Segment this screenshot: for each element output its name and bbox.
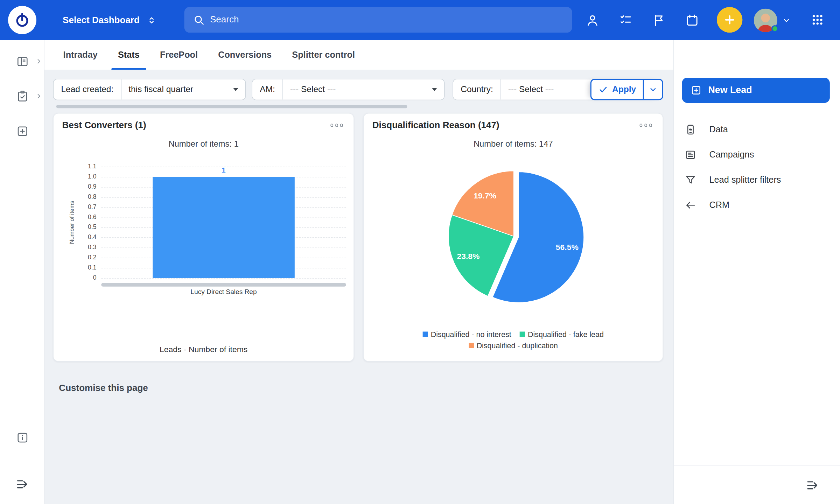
data-icon	[685, 124, 696, 135]
filter-am-select[interactable]: --- Select ---	[283, 79, 444, 100]
right-panel: New Lead DataCampaignsLead splitter filt…	[673, 40, 840, 504]
app-logo[interactable]	[8, 6, 36, 34]
sidebar-item-dashboards[interactable]	[0, 50, 44, 73]
quick-add-button[interactable]	[717, 7, 742, 33]
user-menu[interactable]	[754, 0, 791, 40]
reports-icon	[16, 90, 29, 103]
panel-item-label: CRM	[709, 200, 730, 210]
x-category-label: Lucy Direct Sales Rep	[101, 288, 346, 295]
y-tick-label: 0.8	[74, 193, 96, 200]
filter-lead-created-select[interactable]: this fiscal quarter	[121, 79, 245, 100]
calendar-icon	[685, 13, 699, 27]
customise-page-link[interactable]: Customise this page	[59, 383, 148, 394]
widget-footer: Leads - Number of items	[54, 344, 354, 354]
filters-scrollbar[interactable]	[56, 105, 407, 108]
gridline	[101, 278, 346, 279]
info-icon	[16, 431, 29, 444]
panel-item-label: Lead splitter filters	[709, 175, 781, 185]
pie-legend: Disqualified - no interestDisqualified -…	[385, 330, 642, 350]
chevron-down-icon	[782, 15, 791, 25]
y-tick-label: 0.6	[74, 214, 96, 220]
panel-item-campaigns[interactable]: Campaigns	[674, 142, 840, 167]
widget-disqualification-reason: Disqualification Reason (147) Number of …	[363, 113, 663, 362]
apply-button[interactable]: Apply	[592, 80, 643, 99]
filter-lead-created: Lead created: this fiscal quarter	[53, 79, 246, 100]
filter-country-select[interactable]: --- Select ---	[501, 79, 602, 100]
tab-splitter-control[interactable]: Splitter control	[291, 40, 356, 70]
sidebar-item-reports[interactable]	[0, 85, 44, 108]
plus-icon	[723, 13, 737, 27]
tab-intraday[interactable]: Intraday	[62, 40, 99, 70]
pie-slice-label: 56.5%	[556, 243, 579, 252]
panel-item-label: Data	[709, 124, 728, 134]
panel-item-data[interactable]: Data	[674, 117, 840, 142]
filter-country: Country: --- Select ---	[453, 79, 603, 100]
panel-item-lead-splitter-filters[interactable]: Lead splitter filters	[674, 167, 840, 192]
legend-item-disqualified-no-interest[interactable]: Disqualified - no interest	[423, 330, 511, 338]
legend-label: Disqualified - no interest	[431, 330, 511, 338]
calendar-button[interactable]	[680, 8, 704, 32]
apps-grid-icon	[811, 13, 824, 26]
tabs: IntradayStatsFreePoolConversionsSplitter…	[44, 40, 673, 70]
y-tick-label: 0.2	[74, 254, 96, 260]
y-tick-label: 0.4	[74, 234, 96, 240]
new-lead-button[interactable]: New Lead	[682, 78, 830, 103]
select-arrows-icon	[146, 15, 157, 26]
legend-item-disqualified-duplication[interactable]: Disqualified - duplication	[469, 341, 558, 350]
topbar: Select Dashboard	[0, 0, 840, 40]
legend-label: Disqualified - fake lead	[528, 330, 604, 338]
caret-down-icon	[432, 88, 437, 91]
tab-conversions[interactable]: Conversions	[217, 40, 273, 70]
app: Select Dashboard	[0, 0, 840, 504]
legend-swatch	[520, 331, 525, 337]
search-input[interactable]	[210, 14, 564, 25]
apply-split-button: Apply	[590, 79, 663, 100]
check-icon	[598, 85, 608, 94]
topbar-icons	[581, 0, 704, 40]
bar-lucy-direct-sales-rep[interactable]	[153, 177, 295, 278]
chevron-right-icon	[35, 58, 42, 65]
expand-sidebar-icon	[15, 477, 29, 491]
chart-scrollbar[interactable]	[101, 283, 346, 287]
sidebar-collapse-handle[interactable]	[0, 472, 44, 496]
chevron-right-icon	[35, 93, 42, 100]
panel-item-crm[interactable]: CRM	[674, 192, 840, 217]
y-tick-label: 0	[74, 274, 96, 281]
online-status-dot	[771, 25, 778, 32]
search-bar[interactable]	[184, 7, 572, 33]
sidebar-item-add-view[interactable]	[0, 119, 44, 143]
widget-best-converters: Best Converters (1) Number of items: 1 0…	[53, 113, 354, 362]
flag-button[interactable]	[647, 8, 671, 32]
panel-menu: DataCampaignsLead splitter filtersCRM	[674, 117, 840, 218]
dashboard-selector[interactable]: Select Dashboard	[63, 0, 157, 40]
bar-chart: 00.10.20.30.40.50.60.70.80.91.01.1Number…	[54, 113, 354, 361]
legend-swatch	[423, 331, 428, 337]
filter-am: AM: --- Select ---	[252, 79, 444, 100]
y-tick-label: 1.1	[74, 163, 96, 169]
dashboard-selector-label: Select Dashboard	[63, 15, 140, 26]
tab-stats[interactable]: Stats	[117, 40, 141, 70]
activities-button[interactable]	[614, 8, 637, 32]
plus-square-icon	[691, 85, 702, 96]
y-tick-label: 0.3	[74, 244, 96, 250]
apply-options-button[interactable]	[643, 80, 662, 99]
filter-country-label: Country:	[453, 79, 501, 100]
y-tick-label: 0.1	[74, 264, 96, 271]
panel-item-label: Campaigns	[709, 149, 754, 160]
contacts-button[interactable]	[581, 8, 604, 32]
y-tick-label: 0.5	[74, 224, 96, 230]
arrow-left-icon	[685, 199, 696, 211]
add-view-icon	[16, 125, 29, 138]
collapse-panel-icon	[806, 478, 820, 492]
dashboards-icon	[16, 55, 29, 68]
sidebar-item-info[interactable]	[0, 426, 44, 449]
main-content: IntradayStatsFreePoolConversionsSplitter…	[44, 40, 673, 504]
apps-grid-button[interactable]	[806, 8, 829, 31]
filter-icon	[685, 174, 696, 186]
campaigns-icon	[685, 149, 696, 161]
collapse-panel-button[interactable]	[801, 474, 824, 497]
flag-icon	[652, 13, 666, 27]
pie-slice-label: 23.8%	[457, 252, 479, 261]
tab-freepool[interactable]: FreePool	[159, 40, 199, 70]
legend-item-disqualified-fake-lead[interactable]: Disqualified - fake lead	[520, 330, 604, 338]
